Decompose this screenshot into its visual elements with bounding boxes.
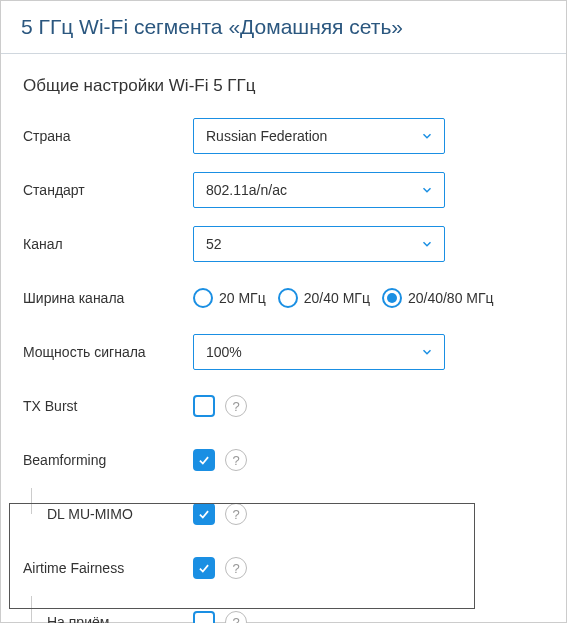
power-label: Мощность сигнала [23, 344, 193, 360]
width-label: Ширина канала [23, 290, 193, 306]
help-icon[interactable]: ? [225, 557, 247, 579]
chevron-down-icon [420, 183, 434, 197]
width-radio-2040[interactable]: 20/40 МГц [278, 288, 370, 308]
width-radio-204080-label: 20/40/80 МГц [408, 290, 494, 306]
radio-icon [382, 288, 402, 308]
width-radio-2040-label: 20/40 МГц [304, 290, 370, 306]
chevron-down-icon [420, 345, 434, 359]
help-icon[interactable]: ? [225, 503, 247, 525]
beamforming-label: Beamforming [23, 452, 193, 468]
row-channel: Канал 52 [23, 226, 544, 262]
chevron-down-icon [420, 237, 434, 251]
airtime-label: Airtime Fairness [23, 560, 193, 576]
standard-label: Стандарт [23, 182, 193, 198]
row-power: Мощность сигнала 100% [23, 334, 544, 370]
standard-select[interactable]: 802.11a/n/ac [193, 172, 445, 208]
power-select[interactable]: 100% [193, 334, 445, 370]
country-select[interactable]: Russian Federation [193, 118, 445, 154]
standard-value: 802.11a/n/ac [206, 182, 287, 198]
txburst-checkbox[interactable] [193, 395, 215, 417]
panel-body: Общие настройки Wi-Fi 5 ГГц Страна Russi… [1, 54, 566, 623]
help-icon[interactable]: ? [225, 449, 247, 471]
radio-icon [278, 288, 298, 308]
panel-title: 5 ГГц Wi-Fi сегмента «Домашняя сеть» [1, 1, 566, 54]
row-standard: Стандарт 802.11a/n/ac [23, 172, 544, 208]
row-airtime: Airtime Fairness ? [23, 550, 544, 586]
width-radio-20[interactable]: 20 МГц [193, 288, 266, 308]
channel-label: Канал [23, 236, 193, 252]
help-icon[interactable]: ? [225, 395, 247, 417]
row-rx: На приём ? [23, 604, 544, 623]
country-label: Страна [23, 128, 193, 144]
rx-label: На приём [23, 614, 193, 623]
channel-value: 52 [206, 236, 222, 252]
airtime-checkbox[interactable] [193, 557, 215, 579]
beamforming-checkbox[interactable] [193, 449, 215, 471]
radio-icon [193, 288, 213, 308]
country-value: Russian Federation [206, 128, 327, 144]
row-txburst: TX Burst ? [23, 388, 544, 424]
txburst-label: TX Burst [23, 398, 193, 414]
wifi-5ghz-panel: 5 ГГц Wi-Fi сегмента «Домашняя сеть» Общ… [0, 0, 567, 623]
channel-select[interactable]: 52 [193, 226, 445, 262]
row-beamforming: Beamforming ? [23, 442, 544, 478]
width-radio-20-label: 20 МГц [219, 290, 266, 306]
row-width: Ширина канала 20 МГц 20/40 МГц 20/40/80 … [23, 280, 544, 316]
width-radio-group: 20 МГц 20/40 МГц 20/40/80 МГц [193, 288, 494, 308]
width-radio-204080[interactable]: 20/40/80 МГц [382, 288, 494, 308]
help-icon[interactable]: ? [225, 611, 247, 623]
power-value: 100% [206, 344, 242, 360]
mumimo-checkbox[interactable] [193, 503, 215, 525]
row-mumimo: DL MU-MIMO ? [23, 496, 544, 532]
row-country: Страна Russian Federation [23, 118, 544, 154]
mumimo-label: DL MU-MIMO [23, 506, 193, 522]
rx-checkbox[interactable] [193, 611, 215, 623]
section-title: Общие настройки Wi-Fi 5 ГГц [23, 76, 544, 96]
chevron-down-icon [420, 129, 434, 143]
